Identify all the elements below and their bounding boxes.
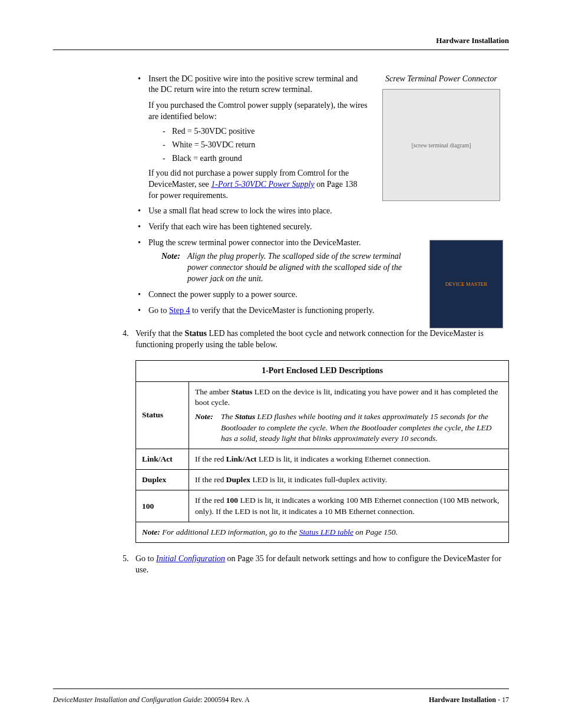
row-desc-100: If the red 100 LED is lit, it indicates … [189,490,509,522]
table-footnote: Note: For additional LED information, go… [136,522,509,542]
text-bold: 100 [226,496,238,505]
doc-rev: : 2000594 Rev. A [200,696,250,704]
link-power-supply[interactable]: 1-Port 5-30VDC Power Supply [211,180,314,189]
link-initial-configuration[interactable]: Initial Configuration [156,554,225,563]
note-status-led: Note: The Status LED flashes while booti… [195,411,503,444]
step-number: 5. [123,554,129,565]
row-desc-duplex: If the red Duplex LED is lit, it indicat… [189,470,509,490]
text: LED flashes while booting and it takes a… [221,412,492,442]
row-label-100: 100 [136,490,189,522]
footer-page: - 17 [496,696,509,704]
text: LED is lit, it indicates a working 100 M… [195,496,499,515]
row-label-status: Status [136,381,189,449]
bullet-connect-power: Connect the power supply to a power sour… [135,289,509,301]
page-header-section: Hardware Installation [53,35,509,50]
text: If you did not purchase a power supply f… [148,168,509,202]
text: Verify that the [135,329,185,338]
row-desc-status: The amber Status LED on the device is li… [189,381,509,449]
text-bold: Link/Act [226,454,257,463]
dash-red: Red = 5-30VDC positive [161,126,509,137]
row-label-linkact: Link/Act [136,449,189,470]
footer-left: DeviceMaster Installation and Configurat… [53,695,250,704]
text: If the red [195,454,226,463]
instruction-bullets: Insert the DC positive wire into the pos… [135,74,509,233]
main-content: Screw Terminal Power Connector [screw te… [135,74,509,576]
step-4: 4. Verify that the Status LED has comple… [123,328,509,351]
note-align-plug: Note: Align the plug properly. The scall… [161,251,509,285]
text: For additional LED information, go to th… [160,528,299,536]
dash-black: Black = earth ground [161,153,509,164]
text: If the red [195,496,226,505]
text: to verify that the DeviceMaster is funct… [190,306,374,315]
table-title: 1-Port Enclosed LED Descriptions [136,361,509,382]
link-step-4[interactable]: Step 4 [169,306,190,315]
bullet-lock-wires: Use a small flat head screw to lock the … [135,206,509,217]
footer-section: Hardware Installation [429,696,496,704]
text: LED is lit, it indicates full-duplex act… [250,475,387,484]
wire-color-list: Red = 5-30VDC positive White = 5-30VDC r… [161,126,509,164]
link-status-led-table[interactable]: Status LED table [299,528,353,536]
led-descriptions-table: 1-Port Enclosed LED Descriptions Status … [135,360,509,543]
footer-right: Hardware Installation - 17 [429,695,509,704]
text: Plug the screw terminal power connector … [148,238,361,247]
text-bold: Duplex [226,475,250,484]
step-number: 4. [123,328,129,340]
bullet-goto-step4: Go to Step 4 to verify that the DeviceMa… [135,305,509,317]
text: The [221,412,235,421]
table-row: Duplex If the red Duplex LED is lit, it … [136,470,509,490]
text-bold: Status [231,387,252,396]
bullet-plug-connector: Plug the screw terminal power connector … [135,238,509,285]
note-label: Note: [195,412,213,421]
table-row: Link/Act If the red Link/Act LED is lit,… [136,449,509,470]
text: on Page 150. [353,528,398,536]
page-footer: DeviceMaster Installation and Configurat… [53,689,509,704]
table-row: 100 If the red 100 LED is lit, it indica… [136,490,509,522]
text-bold: Status [235,412,256,421]
note-label: Note: [161,252,180,261]
doc-title: DeviceMaster Installation and Configurat… [53,696,200,704]
text: Insert the DC positive wire into the pos… [148,74,358,94]
note-label: Note: [142,528,160,536]
table-row: Status The amber Status LED on the devic… [136,381,509,449]
text: Go to [148,306,169,315]
text: The amber [195,387,231,396]
text: LED is lit, it indicates a working Ether… [257,454,431,463]
note-body: Align the plug properly. The scalloped s… [187,251,509,285]
text: If the red [195,475,226,484]
text: Go to [135,554,156,563]
dash-white: White = 5-30VDC return [161,140,509,151]
text: If you purchased the Comtrol power suppl… [148,100,509,123]
table-row-footnote: Note: For additional LED information, go… [136,522,509,542]
bullet-verify-tight: Verify that each wire has been tightened… [135,222,509,233]
step-5-wrap: 5. Go to Initial Configuration on Page 3… [135,554,509,576]
step-5: 5. Go to Initial Configuration on Page 3… [123,554,509,576]
row-label-duplex: Duplex [136,470,189,490]
text-bold: Status [185,329,207,338]
bullet-insert-wire: Insert the DC positive wire into the pos… [135,74,509,202]
row-desc-linkact: If the red Link/Act LED is lit, it indic… [189,449,509,470]
